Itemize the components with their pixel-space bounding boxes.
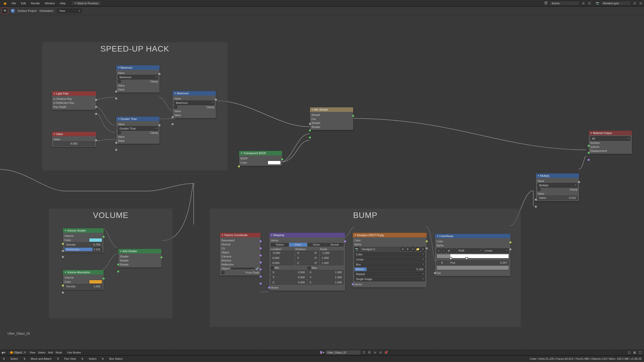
- header-node[interactable]: Node: [56, 351, 62, 354]
- clamp-checkbox[interactable]: [118, 80, 121, 83]
- pos-field[interactable]: Pos:0.257: [449, 260, 509, 265]
- node-multiply[interactable]: Multiply Value Multiply Clamp Value Valu…: [536, 173, 579, 201]
- max-checkbox[interactable]: [308, 266, 311, 269]
- menu-file[interactable]: File: [9, 2, 19, 5]
- stop-color-swatch[interactable]: [436, 265, 509, 270]
- node-material-output[interactable]: Material Output All Surface Volume Displ…: [589, 131, 632, 154]
- scale-x[interactable]: :1.000: [320, 251, 344, 255]
- eyedropper-icon[interactable]: 💉: [256, 267, 259, 270]
- stop-index-field[interactable]: 0: [436, 260, 448, 265]
- rot-y[interactable]: Y:0°: [295, 256, 319, 260]
- extension-dropdown[interactable]: Repeat: [354, 272, 425, 276]
- node-greater-than[interactable]: Greater Than Value Greater Than Clamp Va…: [116, 117, 159, 144]
- object-picker[interactable]: [231, 268, 255, 269]
- ramp-stop-1[interactable]: [465, 257, 468, 260]
- header-view[interactable]: View: [29, 351, 35, 354]
- node-header[interactable]: Add Shader: [118, 249, 162, 253]
- scale-y[interactable]: 1.000: [320, 256, 344, 260]
- node-volume-scatter[interactable]: Volume Scatter Volume Color Density:0.70…: [63, 228, 104, 252]
- image-name-field[interactable]: hexagon-2..: [360, 247, 400, 252]
- node-header[interactable]: Material Output: [589, 131, 632, 135]
- back-to-previous-button[interactable]: ↩ Back to Previous: [72, 1, 101, 6]
- interpolation-dropdown[interactable]: Linear: [483, 248, 509, 253]
- min-y[interactable]: Y:0.000: [271, 275, 307, 280]
- node-header[interactable]: Volume Scatter: [63, 228, 104, 233]
- remove-stop-button[interactable]: −: [441, 248, 446, 253]
- node-texture-coordinate[interactable]: Texture Coordinate Generated Normal UV O…: [220, 233, 261, 276]
- renderlayer-add-button[interactable]: +: [632, 1, 637, 6]
- header-select[interactable]: Select: [38, 351, 46, 354]
- menu-help[interactable]: Help: [57, 2, 68, 5]
- clamp-checkbox[interactable]: [118, 131, 121, 134]
- mapping-type-tabs[interactable]: Texture Point Vector Normal: [271, 243, 344, 247]
- material-users[interactable]: 7: [362, 350, 366, 355]
- scale-z[interactable]: 1.000: [320, 261, 344, 265]
- cursor-tool-icon[interactable]: ✥: [2, 8, 8, 14]
- clamp-checkbox[interactable]: [174, 106, 177, 109]
- add-stop-button[interactable]: +: [436, 248, 441, 253]
- source-dropdown[interactable]: Single Image: [354, 277, 425, 281]
- node-header[interactable]: Texture Coordinate: [220, 233, 261, 237]
- material-name-field[interactable]: Uber_Glass_01: [326, 350, 361, 355]
- menu-edit[interactable]: Edit: [19, 2, 28, 5]
- node-header[interactable]: Mix Shader: [310, 107, 353, 112]
- projection-dropdown[interactable]: Box: [354, 262, 425, 267]
- math-mode-dropdown[interactable]: Greater Than: [118, 126, 158, 131]
- clamp-checkbox[interactable]: [537, 188, 540, 191]
- material-icon[interactable]: 🔮▾: [319, 351, 325, 354]
- node-volume-absorption[interactable]: Volume Absorption Volume Color Density:1…: [63, 270, 104, 290]
- density-field[interactable]: Density:0.700: [64, 242, 102, 247]
- max-z[interactable]: Z:1.000: [308, 280, 344, 285]
- value-field[interactable]: 8.000: [53, 141, 95, 146]
- scene-add-button[interactable]: +: [581, 1, 586, 6]
- scene-delete-button[interactable]: ×: [587, 1, 592, 6]
- anisotropy-slider[interactable]: Anisotropy:0.500: [64, 247, 102, 251]
- from-dupli-checkbox[interactable]: [221, 271, 224, 274]
- snap-icon[interactable]: ⬚: [627, 350, 631, 355]
- add-material-button[interactable]: +: [373, 350, 377, 355]
- node-image-texture[interactable]: hexagon-2822770.jpg Color Alpha 📷 hexago…: [353, 233, 427, 287]
- scene-name-field[interactable]: Scene: [549, 1, 580, 6]
- tab-vector[interactable]: Vector: [307, 243, 326, 247]
- loc-z[interactable]: 0.000: [271, 261, 294, 265]
- overlay-icon[interactable]: ⊞: [632, 350, 637, 355]
- editor-type-icon[interactable]: ◉▾: [2, 351, 6, 354]
- tab-point[interactable]: Point: [289, 243, 307, 247]
- min-checkbox[interactable]: [271, 266, 274, 269]
- node-maximum-1[interactable]: Maximum Value Maximum Clamp Value Value: [116, 65, 159, 93]
- max-x[interactable]: X:1.000: [308, 270, 344, 275]
- loc-x[interactable]: :0.000: [271, 251, 294, 255]
- fake-user-button[interactable]: F: [367, 350, 372, 355]
- math-mode-dropdown[interactable]: Maximum: [118, 75, 158, 79]
- color-swatch[interactable]: [89, 238, 102, 242]
- loc-y[interactable]: 0.000: [271, 256, 294, 260]
- node-header[interactable]: Value: [52, 132, 96, 136]
- node-add-shader[interactable]: Add Shader Shader Shader Shader: [118, 249, 162, 267]
- node-header[interactable]: ColorRamp: [435, 234, 510, 238]
- node-mapping[interactable]: Mapping Vector Texture Point Vector Norm…: [269, 233, 345, 291]
- blend-slider[interactable]: Blend:0.166: [354, 267, 425, 271]
- flip-icon[interactable]: ⇄: [447, 248, 451, 253]
- node-header[interactable]: Greater Than: [116, 117, 159, 121]
- open-image-button[interactable]: 📁: [416, 247, 420, 251]
- colorramp-gradient[interactable]: [436, 254, 509, 258]
- node-header[interactable]: Multiply: [536, 173, 579, 178]
- rot-x[interactable]: X:0°: [295, 251, 319, 255]
- blender-icon[interactable]: ◉: [1, 1, 9, 5]
- node-colorramp[interactable]: ColorRamp Color Alpha + − ⇄ ⋮ RGB Linear…: [435, 234, 510, 276]
- image-browse-icon[interactable]: 📷: [354, 247, 360, 252]
- math-mode-dropdown[interactable]: Multiply: [537, 183, 578, 188]
- min-x[interactable]: X:0.000: [271, 270, 307, 275]
- node-light-path[interactable]: Light Path Is Shadow Ray Is Reflection R…: [52, 91, 96, 110]
- output-target-dropdown[interactable]: All: [590, 136, 630, 141]
- tab-normal[interactable]: Normal: [326, 243, 344, 247]
- node-header[interactable]: hexagon-2822770.jpg: [353, 233, 427, 237]
- pin-icon[interactable]: 📌: [384, 350, 388, 355]
- value-field[interactable]: Value:0.010: [537, 196, 578, 200]
- orientation-dropdown[interactable]: View: [57, 9, 82, 13]
- new-image-button[interactable]: +: [411, 247, 415, 251]
- node-header[interactable]: Mapping: [269, 233, 345, 237]
- menu-render[interactable]: Render: [28, 2, 43, 5]
- menu-window[interactable]: Window: [43, 2, 57, 5]
- header-add[interactable]: Add: [48, 351, 53, 354]
